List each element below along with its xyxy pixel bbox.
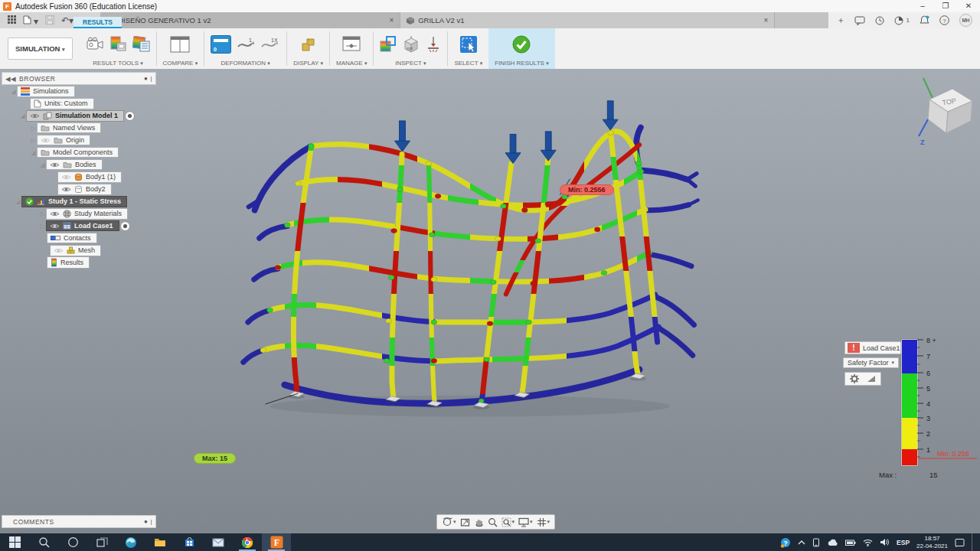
comments-bar[interactable]: COMMENTS ●| (2, 515, 156, 528)
group-label[interactable]: SELECT ▾ (454, 60, 482, 67)
tree-item-mesh[interactable]: Mesh (51, 246, 100, 256)
tab-grilla-v2[interactable]: GRILLA V2 v1 × (400, 12, 775, 28)
legend-settings-gear-icon[interactable] (850, 374, 859, 383)
visibility-eye-icon[interactable] (50, 223, 60, 230)
results-context-tab[interactable]: RESULTS (74, 17, 122, 28)
deformation-actual-icon[interactable]: 1 (237, 37, 255, 51)
max-annotation-tag[interactable]: Max: 15 (194, 453, 236, 464)
undo-icon[interactable]: ↶▾ (61, 16, 74, 25)
finish-results-icon[interactable] (511, 34, 531, 54)
file-explorer-icon[interactable] (145, 533, 175, 551)
save-icon[interactable] (45, 15, 54, 26)
collapse-panel-icon[interactable]: ◀◀ (2, 75, 19, 83)
task-view-button[interactable] (87, 533, 116, 551)
browser-header[interactable]: ◀◀ BROWSER ●| (2, 72, 156, 85)
edge-icon[interactable] (116, 533, 145, 551)
tray-chevron-icon[interactable] (798, 540, 805, 546)
tray-help-icon[interactable]: ? (780, 537, 791, 548)
display-settings-icon[interactable]: ▾ (518, 517, 533, 527)
tree-item-study1[interactable]: Study 1 - Static Stress (22, 197, 126, 207)
tree-item-results[interactable]: Results (47, 257, 89, 268)
activate-model-radio[interactable] (126, 112, 134, 120)
visibility-eye-icon[interactable] (50, 161, 60, 168)
tree-item-body2[interactable]: Body2 (58, 184, 111, 194)
tray-volume-icon[interactable] (880, 538, 890, 546)
panel-options-icon[interactable]: ● (144, 518, 148, 525)
pan-icon[interactable] (474, 517, 484, 527)
clock[interactable]: 18:5722-04-2021 (916, 535, 948, 550)
grid-settings-icon[interactable]: ▾ (537, 517, 550, 527)
expand-closed-icon[interactable]: ▷ (38, 223, 47, 230)
tab-diseno-generativo[interactable]: DISEÑO GENERATIVO 1 v2 × (100, 12, 400, 28)
manage-settings-icon[interactable] (342, 36, 361, 53)
zoom-icon[interactable] (488, 517, 498, 527)
history-icon[interactable] (875, 16, 884, 25)
app-grid-icon[interactable] (8, 15, 16, 25)
inspect-point-icon[interactable]: xyz (402, 36, 420, 53)
look-at-icon[interactable] (460, 517, 470, 527)
group-label[interactable]: MANAGE ▾ (336, 60, 367, 67)
group-finish-results[interactable]: FINISH RESULTS ▾ (488, 28, 555, 69)
cortana-button[interactable] (58, 533, 87, 551)
store-icon[interactable] (175, 533, 204, 551)
group-label[interactable]: RESULT TOOLS ▾ (93, 60, 143, 67)
expand-open-icon[interactable]: ◢ (14, 198, 22, 205)
visibility-eye-off-icon[interactable] (41, 137, 51, 144)
min-annotation-tag[interactable]: Min: 0.2556 (560, 184, 614, 195)
visibility-eye-icon[interactable] (50, 210, 60, 217)
activate-load-case-radio[interactable] (121, 222, 129, 230)
group-label[interactable]: INSPECT ▾ (395, 60, 426, 67)
expand-open-icon[interactable]: ◢ (9, 88, 18, 95)
model-viewport[interactable]: Min: 0.2556 Max: 15 TOP Z ◀◀ BROWSER ●| (0, 69, 980, 533)
tray-device-icon[interactable] (812, 538, 820, 547)
tree-item-model-components[interactable]: Model Components (38, 148, 118, 157)
tree-item-origin[interactable]: Origin (38, 135, 90, 145)
restore-button[interactable]: ❐ (934, 0, 957, 12)
job-status-icon[interactable]: 1 (894, 16, 910, 25)
tree-item-contacts[interactable]: Contacts (47, 233, 96, 243)
comment-bubble-icon[interactable] (854, 16, 865, 25)
notification-bell-icon[interactable] (920, 15, 929, 25)
visibility-eye-off-icon[interactable] (54, 247, 64, 254)
inspect-surface-icon[interactable] (380, 36, 397, 52)
panel-options-icon[interactable]: ● (144, 75, 148, 82)
deformation-scale-icon[interactable]: 0 (211, 35, 231, 54)
tree-item-load-case1[interactable]: Load Case1 (47, 221, 119, 230)
tray-wifi-icon[interactable] (863, 539, 873, 546)
group-label[interactable]: DEFORMATION ▾ (221, 60, 270, 67)
tree-item-bodies[interactable]: Bodies (47, 160, 102, 169)
user-avatar[interactable]: MH (959, 14, 972, 27)
group-label[interactable]: DISPLAY ▾ (293, 60, 323, 67)
tree-item-simulations[interactable]: Simulations (18, 86, 74, 96)
new-tab-icon[interactable]: ＋ (836, 15, 844, 26)
close-button[interactable]: ✕ (957, 0, 980, 12)
tab-close-icon[interactable]: × (756, 16, 768, 24)
visibility-eye-icon[interactable] (30, 112, 40, 119)
workspace-selector[interactable]: SIMULATION ▾ (8, 37, 73, 60)
group-label[interactable]: COMPARE ▾ (163, 60, 198, 67)
tray-onedrive-icon[interactable] (827, 539, 838, 546)
tree-item-units[interactable]: Units: Custom (31, 99, 93, 109)
visibility-eye-icon[interactable] (61, 186, 71, 193)
tree-item-body1[interactable]: Body1 (1) (58, 172, 121, 182)
expand-open-icon[interactable]: ◢ (29, 149, 38, 156)
display-style-icon[interactable] (300, 36, 317, 53)
tray-battery-icon[interactable] (845, 539, 856, 546)
fusion-taskbar-icon[interactable]: F (262, 533, 291, 551)
show-desktop-button[interactable] (972, 533, 975, 551)
inspect-probe-icon[interactable] (426, 36, 441, 53)
tab-close-icon[interactable]: × (381, 16, 394, 24)
tree-item-study-materials[interactable]: Study Materials (47, 209, 127, 219)
show-results-icon[interactable] (110, 36, 127, 52)
report-icon[interactable] (132, 36, 150, 52)
expand-open-icon[interactable]: ◢ (18, 112, 27, 119)
deformation-scaled-icon[interactable]: 1X (260, 37, 280, 51)
zoom-window-icon[interactable]: ▾ (501, 517, 515, 527)
search-button[interactable] (29, 533, 58, 551)
language-indicator[interactable]: ESP (897, 539, 910, 546)
action-center-icon[interactable] (955, 538, 965, 547)
minimize-button[interactable]: – (911, 0, 934, 12)
chrome-icon[interactable] (233, 533, 262, 551)
file-menu-icon[interactable]: ▾ (23, 15, 38, 26)
mail-icon[interactable] (204, 533, 233, 551)
